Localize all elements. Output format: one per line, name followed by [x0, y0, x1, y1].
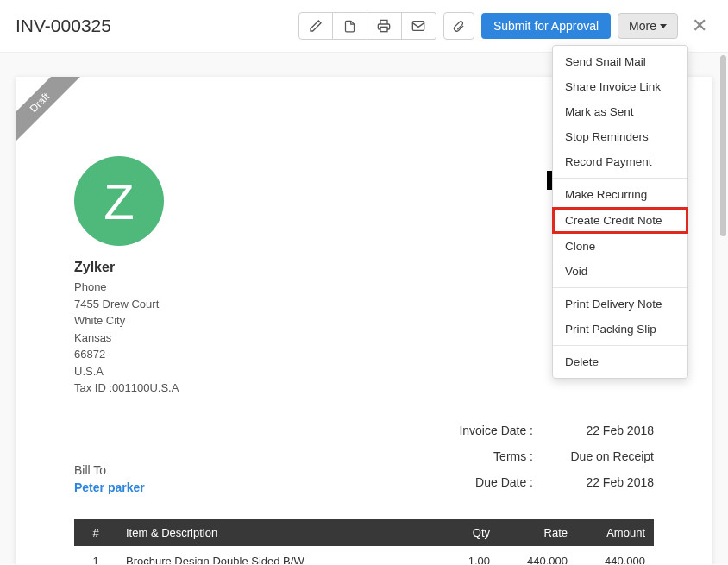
close-button[interactable]: ✕	[687, 13, 712, 39]
menu-stop-reminders[interactable]: Stop Reminders	[553, 124, 687, 149]
print-button[interactable]	[367, 12, 402, 40]
pdf-icon	[343, 20, 356, 33]
menu-create-credit-note[interactable]: Create Credit Note	[552, 207, 688, 234]
line-items-table: # Item & Description Qty Rate Amount 1 B…	[74, 519, 654, 565]
company-zip: 66872	[74, 346, 333, 363]
col-description: Item & Description	[117, 519, 421, 546]
mail-button[interactable]	[402, 12, 436, 40]
meta-value: Due on Receipt	[533, 449, 654, 463]
menu-share-invoice-link[interactable]: Share Invoice Link	[553, 74, 687, 99]
meta-invoice-date: Invoice Date : 22 Feb 2018	[412, 417, 654, 443]
menu-separator	[553, 287, 687, 288]
company-state: Kansas	[74, 330, 333, 347]
company-taxid: Tax ID :001100U.S.A	[74, 380, 333, 397]
status-badge: Draft	[16, 77, 84, 146]
menu-print-delivery-note[interactable]: Print Delivery Note	[553, 292, 687, 317]
meta-terms: Terms : Due on Receipt	[412, 443, 654, 469]
menu-delete[interactable]: Delete	[553, 349, 687, 374]
menu-record-payment[interactable]: Record Payment	[553, 149, 687, 174]
item-qty: 1.00	[421, 546, 499, 565]
more-label: More	[629, 19, 656, 33]
invoice-number: INV-000325	[16, 16, 111, 36]
bill-to-label: Bill To	[74, 463, 145, 477]
item-rate: 440.000	[499, 546, 576, 565]
menu-separator	[553, 345, 687, 346]
company-block: Z Zylker Phone 7455 Drew Court White Cit…	[74, 156, 333, 397]
paperclip-icon	[452, 20, 465, 33]
menu-mark-as-sent[interactable]: Mark as Sent	[553, 99, 687, 124]
scrollbar[interactable]	[720, 55, 726, 236]
table-header-row: # Item & Description Qty Rate Amount	[74, 519, 654, 546]
menu-void[interactable]: Void	[553, 259, 687, 284]
pdf-button[interactable]	[333, 12, 367, 40]
edit-button[interactable]	[298, 12, 333, 40]
meta-value: 22 Feb 2018	[533, 475, 654, 489]
status-ribbon: Draft	[16, 77, 85, 146]
more-button[interactable]: More	[618, 13, 678, 39]
col-rate: Rate	[499, 519, 576, 546]
pencil-icon	[309, 19, 323, 33]
company-city: White City	[74, 312, 333, 330]
svg-rect-1	[413, 22, 424, 31]
item-name: Brochure Design Double Sided B/W	[126, 555, 412, 565]
chevron-down-icon	[660, 24, 667, 28]
menu-separator	[553, 178, 687, 179]
meta-label: Terms :	[421, 449, 533, 463]
meta-due-date: Due Date : 22 Feb 2018	[412, 469, 654, 495]
col-qty: Qty	[421, 519, 499, 546]
menu-send-snail-mail[interactable]: Send Snail Mail	[553, 49, 687, 74]
submit-approval-button[interactable]: Submit for Approval	[481, 13, 611, 39]
menu-make-recurring[interactable]: Make Recurring	[553, 182, 687, 207]
company-logo: Z	[74, 156, 164, 246]
company-phone: Phone	[74, 279, 333, 296]
invoice-meta: Invoice Date : 22 Feb 2018 Terms : Due o…	[412, 417, 654, 495]
toolbar: Submit for Approval More ✕	[298, 12, 712, 40]
item-amount: 440.000	[576, 546, 654, 565]
attach-button[interactable]	[443, 12, 474, 40]
menu-clone[interactable]: Clone	[553, 234, 687, 259]
item-number: 1	[74, 546, 117, 565]
menu-print-packing-slip[interactable]: Print Packing Slip	[553, 317, 687, 342]
meta-value: 22 Feb 2018	[533, 424, 654, 437]
print-icon	[377, 19, 391, 33]
company-name: Zylker	[74, 260, 333, 275]
company-street: 7455 Drew Court	[74, 296, 333, 313]
col-number: #	[74, 519, 117, 546]
meta-label: Invoice Date :	[421, 424, 533, 437]
svg-rect-0	[380, 27, 387, 31]
table-row: 1 Brochure Design Double Sided B/W Broch…	[74, 546, 654, 565]
item-description-cell: Brochure Design Double Sided B/W Brochur…	[117, 546, 421, 565]
meta-label: Due Date :	[421, 475, 533, 489]
bill-to-customer-link[interactable]: Peter parker	[74, 480, 145, 494]
more-dropdown-menu: Send Snail Mail Share Invoice Link Mark …	[552, 45, 688, 379]
col-amount: Amount	[576, 519, 654, 546]
company-country: U.S.A	[74, 363, 333, 380]
mail-icon	[411, 19, 425, 33]
bill-to-block: Bill To Peter parker	[74, 463, 145, 495]
icon-button-group	[298, 12, 436, 40]
